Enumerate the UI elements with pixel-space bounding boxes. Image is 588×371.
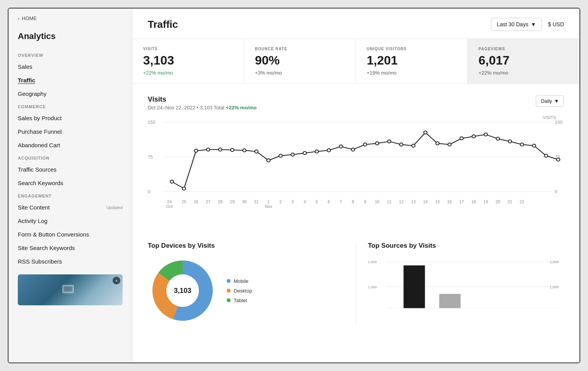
legend-dot-mobile [227, 279, 231, 283]
donut-legend: Mobile Desktop Tablet [227, 278, 252, 303]
donut-total: 3,103 [174, 287, 191, 295]
chart-period-label: Daily [541, 98, 552, 104]
svg-text:Oct: Oct [166, 204, 173, 209]
header-controls: Last 30 Days ▼ $ USD [491, 18, 564, 31]
svg-point-14 [207, 148, 210, 151]
svg-text:9: 9 [364, 200, 366, 204]
sidebar-item-label-site-content: Site Content [18, 204, 50, 211]
sidebar-item-site-search-keywords[interactable]: Site Search Keywords [9, 241, 132, 255]
sidebar-title: Analytics [9, 25, 132, 49]
app-frame: ‹ HOME Analytics OVERVIEW Sales Traffic … [8, 8, 580, 363]
svg-point-38 [496, 137, 500, 140]
svg-text:1,500: 1,500 [368, 260, 377, 264]
legend-dot-desktop [227, 289, 231, 293]
sidebar-item-form-button-conversions[interactable]: Form & Button Conversions [9, 228, 132, 241]
svg-text:20: 20 [496, 200, 500, 204]
sidebar-item-abandoned-cart[interactable]: Abandoned Cart [9, 138, 132, 152]
sidebar-item-label-traffic: Traffic [18, 77, 35, 83]
page-title: Traffic [148, 19, 178, 31]
thumb-background [18, 274, 123, 305]
currency-label: $ USD [548, 21, 564, 27]
svg-point-35 [460, 137, 463, 140]
chart-period-button[interactable]: Daily ▼ [536, 95, 564, 107]
svg-text:150: 150 [148, 120, 156, 124]
svg-point-22 [303, 151, 306, 155]
svg-point-36 [472, 135, 475, 138]
svg-text:4: 4 [304, 200, 306, 204]
svg-text:1,000: 1,000 [368, 285, 377, 289]
sidebar-item-label-sales: Sales [18, 63, 32, 70]
chart-header: Visits Oct 24–Nov 22, 2022 • 3,103 Total… [148, 95, 564, 111]
sidebar-item-traffic[interactable]: Traffic [9, 73, 132, 87]
sidebar-item-traffic-sources[interactable]: Traffic Sources [9, 163, 132, 176]
svg-text:1,500: 1,500 [550, 260, 559, 264]
svg-text:1,000: 1,000 [550, 285, 559, 289]
stat-label-bounce-rate: BOUNCE RATE [255, 47, 345, 51]
site-content-badge: Updated [106, 205, 123, 210]
svg-rect-88 [403, 265, 425, 308]
sidebar-item-label-sales-by-product: Sales by Product [18, 115, 62, 121]
stat-card-unique-visitors: UNIQUE VISITORS 1,201 +19% mo/mo [356, 39, 468, 83]
svg-text:29: 29 [230, 200, 234, 204]
svg-text:13: 13 [411, 200, 416, 204]
svg-text:24: 24 [167, 200, 172, 204]
chevron-down-icon: ▼ [531, 21, 536, 27]
thumbnail-close-button[interactable]: × [113, 277, 120, 284]
sidebar-item-search-keywords[interactable]: Search Keywords [9, 176, 132, 190]
svg-point-17 [243, 149, 246, 152]
svg-point-43 [557, 158, 560, 161]
sidebar-item-site-content[interactable]: Site Content Updated [9, 201, 132, 214]
stat-card-visits: VISITS 3,103 +22% mo/mo [132, 39, 244, 83]
sidebar-item-label-search-keywords: Search Keywords [18, 180, 63, 186]
sidebar-section-acquisition: ACQUISITION Traffic Sources Search Keywo… [9, 152, 132, 190]
sidebar-item-geography[interactable]: Geography [9, 87, 132, 100]
svg-text:11: 11 [387, 200, 391, 204]
svg-point-39 [508, 140, 512, 143]
section-label-engagement: ENGAGEMENT [9, 190, 132, 201]
sidebar-item-label-purchase-funnel: Purchase Funnel [18, 128, 62, 135]
svg-text:6: 6 [328, 200, 330, 204]
section-label-acquisition: ACQUISITION [9, 152, 132, 163]
chart-title-group: Visits Oct 24–Nov 22, 2022 • 3,103 Total… [148, 95, 256, 111]
sidebar-item-sales[interactable]: Sales [9, 60, 132, 73]
legend-item-desktop: Desktop [227, 288, 252, 294]
legend-item-mobile: Mobile [227, 278, 252, 284]
svg-point-18 [255, 150, 258, 153]
svg-text:22: 22 [520, 200, 524, 204]
stat-change-pageviews: +22% mo/mo [479, 70, 569, 76]
main-content: Traffic Last 30 Days ▼ $ USD VISITS 3,10… [132, 9, 579, 362]
sidebar-item-activity-log[interactable]: Activity Log [9, 214, 132, 228]
svg-point-13 [195, 149, 198, 152]
svg-text:28: 28 [218, 200, 222, 204]
donut-center: 3,103 [174, 287, 191, 295]
svg-text:25: 25 [182, 200, 186, 204]
svg-point-25 [339, 145, 343, 148]
svg-point-20 [279, 154, 282, 157]
date-range-button[interactable]: Last 30 Days ▼ [491, 18, 542, 31]
sidebar-item-label-abandoned-cart: Abandoned Cart [18, 142, 60, 148]
sidebar-image-thumbnail: × [18, 274, 123, 305]
svg-text:19: 19 [484, 200, 488, 204]
svg-text:30: 30 [242, 200, 247, 204]
home-nav[interactable]: ‹ HOME [9, 9, 132, 25]
svg-text:75: 75 [148, 155, 153, 159]
svg-text:12: 12 [399, 200, 403, 204]
stat-label-pageviews: PAGEVIEWS [479, 47, 569, 51]
section-label-commerce: COMMERCE [9, 100, 132, 111]
line-chart-svg: 150 75 0 150 75 0 [148, 114, 564, 215]
thumb-device-icon [59, 282, 82, 298]
donut-chart: 3,103 [148, 256, 217, 325]
sidebar-item-rss-subscribers[interactable]: RSS Subscribers [9, 255, 132, 268]
svg-point-40 [520, 143, 524, 146]
stat-label-visits: VISITS [143, 47, 233, 51]
visits-chart-section: Visits Oct 24–Nov 22, 2022 • 3,103 Total… [132, 95, 579, 242]
section-label-overview: OVERVIEW [9, 49, 132, 60]
chevron-left-icon: ‹ [18, 16, 19, 21]
svg-point-26 [351, 148, 355, 151]
svg-point-19 [267, 159, 270, 162]
svg-text:27: 27 [206, 200, 210, 204]
sidebar-item-purchase-funnel[interactable]: Purchase Funnel [9, 125, 132, 138]
sidebar-item-sales-by-product[interactable]: Sales by Product [9, 111, 132, 125]
svg-text:1: 1 [267, 200, 270, 204]
svg-point-37 [484, 133, 487, 136]
